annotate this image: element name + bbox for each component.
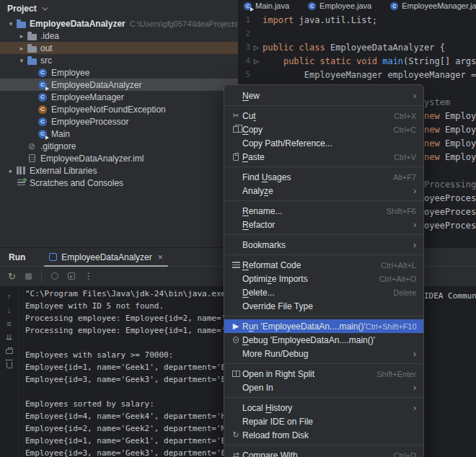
- scroll-down-icon[interactable]: ↓: [7, 306, 12, 314]
- menu-separator: [224, 316, 423, 316]
- tree-item-label: .gitignore: [40, 141, 76, 151]
- tree-item-employeemanager[interactable]: CEmployeeManager: [0, 91, 238, 103]
- rerun-icon[interactable]: ↻: [8, 272, 16, 281]
- tree-item-gitignore[interactable]: ⊘.gitignore: [0, 140, 238, 152]
- editor-tab-employee-java[interactable]: CEmployee.java: [308, 1, 371, 10]
- debug-icon: [230, 337, 242, 343]
- paste-icon: [230, 154, 242, 161]
- menu-item-new[interactable]: New›: [224, 89, 423, 102]
- scratches-icon: [17, 179, 25, 186]
- more-options-icon[interactable]: ⋮: [84, 271, 93, 281]
- project-tree: ▾EmployeeDataAnalyzerC:\Users\gfg0574\Id…: [0, 17, 238, 189]
- tree-item-employeedataanalyzer[interactable]: CEmployeeDataAnalyzer: [0, 79, 238, 91]
- menu-item-open-in-right-split[interactable]: Open in Right SplitShift+Enter: [224, 367, 423, 381]
- close-icon[interactable]: ×: [158, 252, 163, 262]
- tree-item-scratches-and-consoles[interactable]: Scratches and Consoles: [0, 177, 238, 189]
- menu-item-cut[interactable]: ✂CutCtrl+X: [224, 109, 423, 123]
- menu-item-reload-from-disk[interactable]: ↻Reload from Disk: [224, 428, 423, 442]
- menu-item-label: Copy Path/Reference...: [242, 138, 332, 148]
- menu-item-override-file-type[interactable]: Override File Type: [224, 299, 423, 313]
- code-line: 1import java.util.List;: [238, 13, 476, 27]
- chevron-expanded-icon[interactable]: ▾: [17, 57, 27, 64]
- chevron-expanded-icon[interactable]: ▾: [6, 20, 16, 27]
- clear-all-icon[interactable]: [6, 362, 12, 368]
- tree-item-employee[interactable]: CEmployee: [0, 66, 238, 79]
- scroll-up-icon[interactable]: ↑: [7, 293, 12, 301]
- tree-item-label: Employee: [51, 68, 89, 78]
- attach-debugger-icon[interactable]: [68, 272, 75, 280]
- menu-item-find-usages[interactable]: Find UsagesAlt+F7: [224, 170, 423, 184]
- soft-wrap-icon[interactable]: ≡: [6, 320, 11, 328]
- menu-item-analyze[interactable]: Analyze›: [224, 184, 423, 198]
- menu-item-shortcut: Ctrl+X: [394, 112, 416, 120]
- run-title: Run: [9, 252, 25, 262]
- menu-item-open-in[interactable]: Open In›: [224, 381, 423, 394]
- menu-item-label: Refactor: [242, 220, 275, 230]
- run-gutter-icon[interactable]: ▷: [250, 58, 263, 65]
- tree-item-idea[interactable]: ▸.idea: [0, 30, 238, 42]
- menu-item-repair-ide-on-file[interactable]: Repair IDE on File: [224, 414, 423, 428]
- menu-item-paste[interactable]: PasteCtrl+V: [224, 150, 423, 164]
- menu-item-bookmarks[interactable]: Bookmarks›: [224, 238, 423, 252]
- editor-tab-main-java[interactable]: CMain.java: [244, 1, 289, 10]
- run-gutter-icon[interactable]: ▷: [250, 44, 263, 51]
- menu-item-more-run-debug[interactable]: More Run/Debug›: [224, 347, 423, 360]
- menu-item-optimize-imports[interactable]: Optimize ImportsCtrl+Alt+O: [224, 272, 423, 285]
- class-icon: C: [38, 92, 48, 102]
- chevron-collapsed-icon[interactable]: ▸: [17, 45, 27, 52]
- scroll-to-end-icon[interactable]: ⇊: [6, 334, 12, 342]
- debug-glyph: [233, 337, 239, 343]
- menu-separator: [224, 397, 423, 398]
- print-icon[interactable]: [6, 349, 13, 354]
- tree-item-employeedataanalyzer-iml[interactable]: EmployeeDataAnalyzer.iml: [0, 152, 238, 164]
- menu-item-compare-with[interactable]: ⇄Compare With...Ctrl+D: [224, 448, 423, 457]
- ignored-icon: ⊘: [27, 141, 37, 151]
- split-glyph: [232, 371, 240, 377]
- tree-item-main[interactable]: CMain: [0, 128, 238, 140]
- menu-separator: [224, 445, 423, 445]
- project-header[interactable]: Project: [0, 0, 238, 17]
- chevron-collapsed-icon[interactable]: ▸: [6, 167, 16, 174]
- menu-item-label: Optimize Imports: [242, 274, 308, 284]
- menu-item-reformat-code[interactable]: Reformat CodeCtrl+Alt+L: [224, 258, 423, 272]
- stop-icon[interactable]: [25, 273, 32, 280]
- menu-item-copy[interactable]: CopyCtrl+C: [224, 123, 423, 136]
- menu-item-shortcut: Ctrl+D: [394, 451, 416, 457]
- runnable-class-icon: C: [38, 130, 47, 138]
- tree-item-employeeprocessor[interactable]: CEmployeeProcessor: [0, 115, 238, 128]
- tree-item-label: EmployeeNotFoundException: [51, 105, 166, 115]
- menu-item-label: Bookmarks: [242, 240, 286, 250]
- console-output-fragment: IDEA Communi: [424, 291, 476, 301]
- code-fragment: oyeeProcesse: [424, 205, 476, 218]
- tree-item-out[interactable]: ▸out: [0, 42, 238, 54]
- class-icon: C: [308, 2, 316, 10]
- class-run-icon: C: [38, 129, 48, 139]
- tree-item-employeenotfoundexception[interactable]: CEmployeeNotFoundException: [0, 103, 238, 115]
- menu-separator: [224, 363, 423, 364]
- menu-item-rename[interactable]: Rename...Shift+F6: [224, 204, 423, 218]
- tree-item-external-libraries[interactable]: ▸External Libraries: [0, 164, 238, 177]
- editor-tab-bar: CMain.javaCEmployee.javaCEmployeeManager…: [238, 0, 476, 12]
- chevron-collapsed-icon[interactable]: ▸: [17, 32, 27, 40]
- editor-tab-employeemanager-java[interactable]: CEmployeeManager.java: [390, 1, 476, 10]
- toolbar-separator: [41, 271, 42, 282]
- menu-item-shortcut: Ctrl+C: [394, 125, 416, 134]
- reformat-icon: [230, 262, 242, 268]
- tree-item-label: EmployeeDataAnalyzer.iml: [40, 154, 144, 164]
- menu-item-local-history[interactable]: Local History›: [224, 401, 423, 414]
- coverage-icon[interactable]: [51, 272, 58, 280]
- run-tab[interactable]: EmployeeDataAnalyzer ×: [44, 248, 167, 267]
- menu-item-copy-path-reference[interactable]: Copy Path/Reference...: [224, 136, 423, 150]
- split-icon: [230, 371, 242, 377]
- menu-item-refactor[interactable]: Refactor›: [224, 218, 423, 231]
- code-fragment: oyeeProcesse: [424, 218, 476, 232]
- tree-item-employeedataanalyzer[interactable]: ▾EmployeeDataAnalyzerC:\Users\gfg0574\Id…: [0, 17, 238, 30]
- menu-item-delete[interactable]: Delete...Delete: [224, 285, 423, 299]
- editor-code[interactable]: 1import java.util.List;23▷public class E…: [238, 12, 476, 95]
- class-run-icon: C: [38, 80, 48, 90]
- menu-item-debug-employeedataan-main[interactable]: Debug 'EmployeeDataAn....main()': [224, 333, 423, 347]
- tree-item-src[interactable]: ▾src: [0, 54, 238, 66]
- chevron-down-icon: [42, 4, 48, 10]
- tree-item-label: EmployeeProcessor: [51, 117, 128, 127]
- menu-item-run-employeedataan-main[interactable]: ▶Run 'EmployeeDataAn....main()'Ctrl+Shif…: [224, 319, 423, 333]
